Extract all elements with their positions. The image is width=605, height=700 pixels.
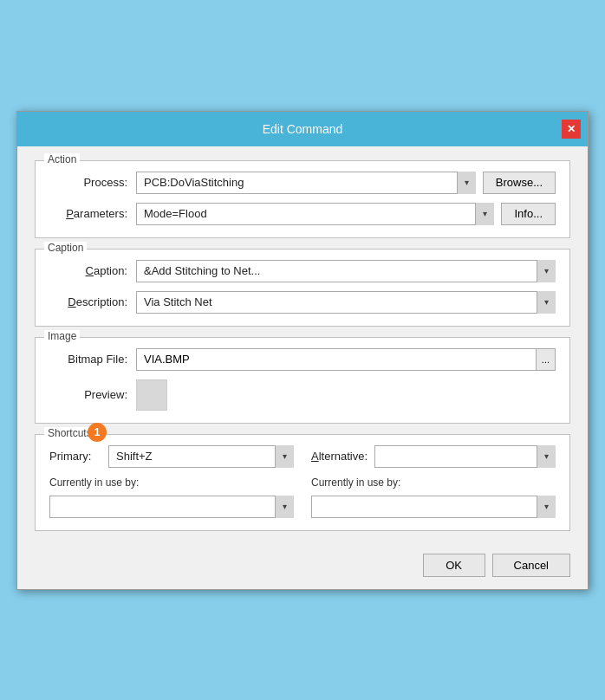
bitmap-input-wrapper: ... <box>136 348 556 371</box>
shortcuts-right-col: Alternative: ▾ Currently in use by: <box>311 445 556 518</box>
caption-select[interactable]: &Add Stitching to Net... <box>136 260 556 282</box>
parameters-row: Parameters: Mode=Flood ▾ Info... <box>49 203 556 225</box>
image-section: Image Bitmap File: ... Preview: <box>35 337 570 424</box>
caption-row: Caption: &Add Stitching to Net... ▾ <box>49 260 556 282</box>
process-select-wrapper: PCB:DoViaStitching ▾ <box>136 172 476 194</box>
parameters-select[interactable]: Mode=Flood <box>136 203 494 225</box>
alternative-select[interactable] <box>374 445 556 468</box>
shortcuts-badge: 1 <box>88 423 107 442</box>
bitmap-label: Bitmap File: <box>49 353 136 366</box>
bitmap-row: Bitmap File: ... <box>49 348 556 371</box>
dialog-title: Edit Command <box>263 122 343 136</box>
bitmap-input[interactable] <box>136 348 537 371</box>
parameters-label: Parameters: <box>49 207 136 220</box>
preview-label: Preview: <box>49 388 136 401</box>
shortcuts-grid: Primary: Shift+Z ▾ Currently in use by: <box>49 445 556 518</box>
shortcuts-left-col: Primary: Shift+Z ▾ Currently in use by: <box>49 445 294 518</box>
primary-inuse-select[interactable] <box>49 496 294 518</box>
alternative-label: Alternative: <box>311 450 368 463</box>
action-section-title: Action <box>44 153 80 165</box>
dialog-footer: OK Cancel <box>17 545 588 589</box>
alternative-row: Alternative: ▾ <box>311 445 556 468</box>
preview-row: Preview: <box>49 379 556 411</box>
description-select[interactable]: Via Stitch Net <box>136 291 556 314</box>
caption-field-label: Caption: <box>49 264 136 277</box>
browse-button[interactable]: Browse... <box>483 172 556 194</box>
description-label: Description: <box>49 295 136 308</box>
caption-section: Caption Caption: &Add Stitching to Net..… <box>35 249 570 327</box>
alternative-inuse-label: Currently in use by: <box>311 476 556 489</box>
primary-inuse-label: Currently in use by: <box>49 476 294 489</box>
ok-button[interactable]: OK <box>423 554 485 577</box>
cancel-button[interactable]: Cancel <box>492 554 570 577</box>
close-button[interactable]: ✕ <box>562 120 581 139</box>
dialog-body: Action Process: PCB:DoViaStitching ▾ Bro… <box>17 146 588 545</box>
shortcuts-section: Shortcuts 1 Primary: Shift+Z ▾ Current <box>35 434 570 531</box>
primary-label: Primary: <box>49 450 101 463</box>
image-section-title: Image <box>44 330 80 342</box>
process-select[interactable]: PCB:DoViaStitching <box>136 172 476 194</box>
edit-command-dialog: Edit Command ✕ Action Process: PCB:DoVia… <box>16 111 589 590</box>
caption-section-title: Caption <box>44 242 87 254</box>
description-row: Description: Via Stitch Net ▾ <box>49 291 556 314</box>
title-bar: Edit Command ✕ <box>17 112 588 146</box>
alternative-inuse-select[interactable] <box>311 496 556 518</box>
primary-select[interactable]: Shift+Z <box>108 445 294 468</box>
info-button[interactable]: Info... <box>501 203 556 225</box>
preview-image <box>136 379 167 411</box>
parameters-label-underline: P <box>66 207 74 220</box>
action-section: Action Process: PCB:DoViaStitching ▾ Bro… <box>35 160 570 238</box>
process-row: Process: PCB:DoViaStitching ▾ Browse... <box>49 172 556 194</box>
primary-row: Primary: Shift+Z ▾ <box>49 445 294 468</box>
process-label: Process: <box>49 176 136 189</box>
bitmap-browse-button[interactable]: ... <box>537 348 556 371</box>
